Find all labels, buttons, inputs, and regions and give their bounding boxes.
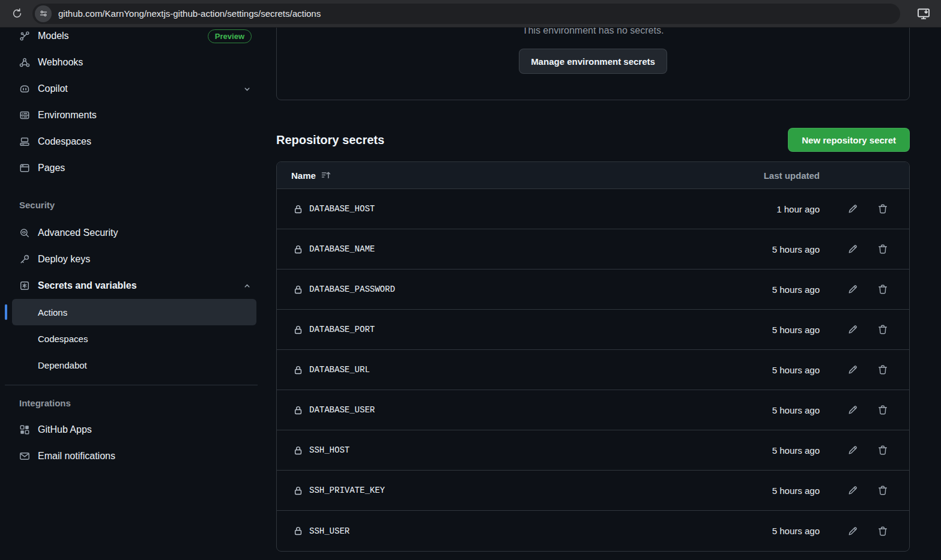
apps-icon [19, 424, 30, 435]
secret-name: DATABASE_PASSWORD [309, 285, 395, 294]
edit-secret-button[interactable] [847, 364, 858, 375]
lock-icon [293, 445, 303, 456]
sidebar-section-security: Security [0, 199, 262, 211]
sidebar-item-email-notifications[interactable]: Email notifications [0, 443, 262, 469]
url-bar[interactable]: github.com/KarnYong/nextjs-github-action… [32, 4, 900, 24]
lock-icon [293, 244, 303, 254]
browser-toolbar: github.com/KarnYong/nextjs-github-action… [0, 0, 941, 28]
delete-secret-button[interactable] [877, 244, 888, 254]
secret-updated: 5 hours ago [772, 285, 820, 295]
secret-name: SSH_USER [309, 526, 349, 536]
sidebar-item-label: Secrets and variables [38, 280, 137, 291]
sidebar-item-label: Advanced Security [38, 227, 118, 238]
secret-row: DATABASE_PASSWORD 5 hours ago [277, 269, 909, 310]
secret-updated: 5 hours ago [772, 486, 820, 496]
secret-name: SSH_PRIVATE_KEY [309, 486, 385, 495]
secret-row: DATABASE_PORT 5 hours ago [277, 310, 909, 350]
sidebar-subitem-codespaces[interactable]: Codespaces [0, 325, 262, 352]
subitem-label: Codespaces [38, 334, 88, 344]
last-updated-column-header: Last updated [764, 170, 820, 181]
sidebar-divider [5, 385, 258, 385]
lock-icon [293, 204, 303, 214]
secret-row: DATABASE_HOST 1 hour ago [277, 189, 909, 229]
install-monitor-icon[interactable] [916, 7, 931, 21]
sidebar-section-integrations: Integrations [0, 397, 262, 409]
edit-secret-button[interactable] [847, 244, 858, 254]
table-header-row: Name Last updated [277, 162, 909, 189]
copilot-icon [19, 83, 30, 94]
delete-secret-button[interactable] [877, 405, 888, 415]
secret-updated: 5 hours ago [772, 365, 820, 375]
environment-secrets-card: This environment has no secrets. Manage … [276, 28, 910, 100]
sidebar-item-github-apps[interactable]: GitHub Apps [0, 417, 262, 443]
name-column-header[interactable]: Name [291, 170, 331, 181]
delete-secret-button[interactable] [877, 284, 888, 295]
repository-secrets-table: Name Last updated DATABASE_HOST 1 hour a… [276, 161, 910, 552]
codespaces-icon [19, 136, 30, 147]
repository-secrets-header: Repository secrets New repository secret [276, 128, 910, 152]
edit-secret-button[interactable] [847, 405, 858, 415]
sidebar-item-label: GitHub Apps [38, 424, 92, 435]
edit-secret-button[interactable] [847, 526, 858, 537]
name-header-label: Name [291, 170, 316, 181]
sidebar-item-copilot[interactable]: Copilot [0, 76, 262, 102]
sidebar-item-pages[interactable]: Pages [0, 155, 262, 181]
sidebar-item-label: Models [38, 31, 69, 41]
edit-secret-button[interactable] [847, 445, 858, 456]
mail-icon [19, 451, 30, 462]
sidebar-item-codespaces[interactable]: Codespaces [0, 128, 262, 155]
lock-icon [293, 285, 303, 295]
delete-secret-button[interactable] [877, 324, 888, 335]
sidebar-subitem-dependabot[interactable]: Dependabot [0, 352, 262, 378]
sidebar-item-label: Deploy keys [38, 254, 90, 265]
secret-row: SSH_USER 5 hours ago [277, 511, 909, 551]
reload-icon[interactable] [7, 4, 26, 23]
secret-updated: 5 hours ago [772, 405, 820, 415]
delete-secret-button[interactable] [877, 445, 888, 456]
chevron-up-icon [243, 282, 252, 291]
secrets-subnav: Actions Codespaces Dependabot [0, 299, 262, 378]
secrets-icon [19, 280, 30, 291]
sidebar-subitem-actions[interactable]: Actions [12, 299, 256, 325]
sidebar-item-deploy-keys[interactable]: Deploy keys [0, 246, 262, 272]
manage-environment-secrets-button[interactable]: Manage environment secrets [519, 49, 667, 74]
edit-secret-button[interactable] [847, 203, 858, 214]
secret-row: SSH_PRIVATE_KEY 5 hours ago [277, 471, 909, 511]
delete-secret-button[interactable] [877, 364, 888, 375]
sidebar-item-environments[interactable]: Environments [0, 102, 262, 128]
secret-name: DATABASE_URL [309, 365, 370, 375]
secret-row: DATABASE_URL 5 hours ago [277, 350, 909, 390]
edit-secret-button[interactable] [847, 284, 858, 295]
main-content: This environment has no secrets. Manage … [276, 28, 910, 552]
sidebar-item-secrets-and-variables[interactable]: Secrets and variables [0, 272, 262, 299]
lock-icon [293, 325, 303, 335]
ai-model-icon [19, 31, 30, 41]
delete-secret-button[interactable] [877, 526, 888, 537]
edit-secret-button[interactable] [847, 485, 858, 496]
settings-sidebar: Models Preview Webhooks [0, 28, 262, 469]
sidebar-item-webhooks[interactable]: Webhooks [0, 49, 262, 76]
secret-updated: 5 hours ago [772, 244, 820, 254]
code-scan-icon [19, 227, 30, 238]
lock-icon [293, 526, 303, 536]
sidebar-item-models[interactable]: Models Preview [0, 28, 262, 49]
secret-row: DATABASE_NAME 5 hours ago [277, 229, 909, 269]
site-info-icon[interactable] [35, 5, 52, 22]
delete-secret-button[interactable] [877, 485, 888, 496]
edit-secret-button[interactable] [847, 324, 858, 335]
lock-icon [293, 365, 303, 375]
sidebar-item-label: Webhooks [38, 57, 83, 68]
subitem-label: Actions [38, 307, 67, 318]
sidebar-item-label: Codespaces [38, 136, 91, 147]
repository-secrets-title: Repository secrets [276, 133, 384, 147]
subitem-label: Dependabot [38, 360, 87, 370]
sidebar-item-label: Email notifications [38, 451, 115, 462]
lock-icon [293, 405, 303, 415]
new-repository-secret-button[interactable]: New repository secret [788, 128, 910, 152]
sidebar-item-advanced-security[interactable]: Advanced Security [0, 220, 262, 246]
secret-name: DATABASE_HOST [309, 204, 375, 214]
sidebar-item-label: Environments [38, 110, 97, 121]
webhook-icon [19, 57, 30, 68]
sidebar-item-label: Copilot [38, 83, 68, 94]
delete-secret-button[interactable] [877, 203, 888, 214]
